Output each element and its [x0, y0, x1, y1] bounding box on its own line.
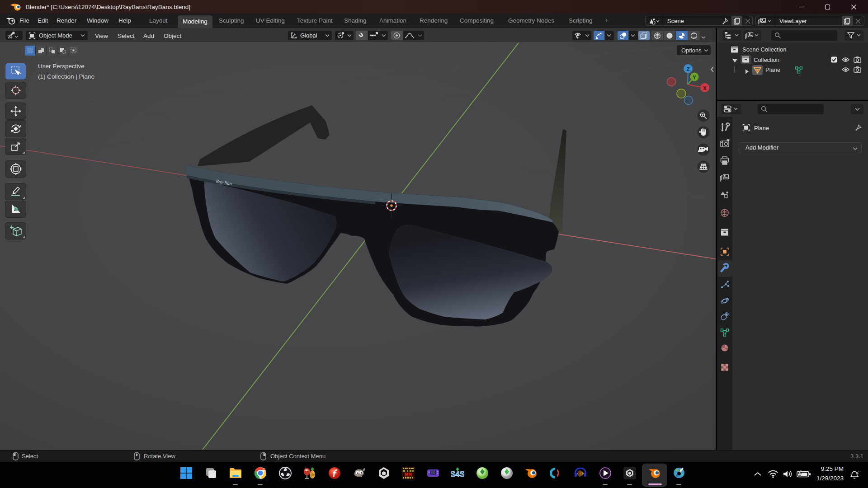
svg-text:Z: Z	[687, 66, 690, 72]
svg-text:X: X	[703, 85, 707, 91]
svg-text:Y: Y	[693, 75, 696, 80]
svg-text:MM: MM	[405, 472, 412, 479]
svg-text:z: z	[858, 470, 859, 473]
